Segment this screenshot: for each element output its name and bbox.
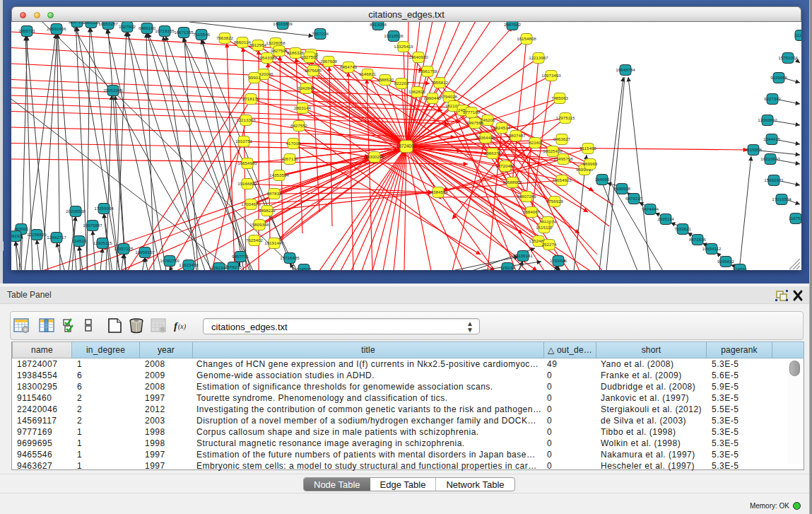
svg-text:(x): (x) <box>178 322 187 331</box>
